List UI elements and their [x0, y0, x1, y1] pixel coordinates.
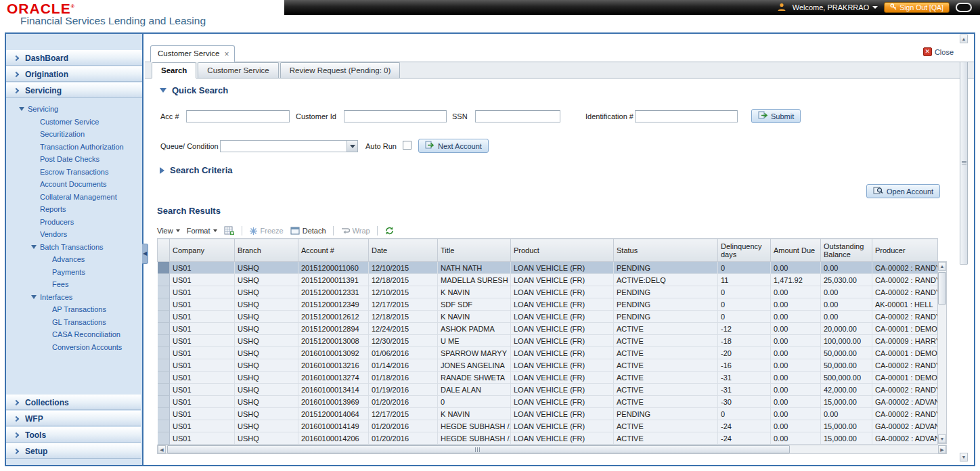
row-handle[interactable] [158, 335, 170, 347]
table-row[interactable]: US01USHQ2015120001106012/10/2015NATH NAT… [158, 262, 938, 274]
column-header-account-[interactable]: Account # [298, 239, 369, 262]
tree-item-casa-reconciliation[interactable]: CASA Reconciliation [6, 328, 142, 341]
column-header-delinquency-days[interactable]: Delinquency days [718, 239, 771, 262]
table-row[interactable]: US01USHQ2016010001321601/14/2016JONES AN… [158, 359, 938, 372]
scroll-up-arrow[interactable]: ▲ [938, 262, 946, 271]
row-handle[interactable] [158, 311, 170, 323]
ssn-input[interactable] [475, 110, 560, 122]
column-header-producer[interactable]: Producer [872, 239, 938, 262]
tree-item-transaction-authorization[interactable]: Transaction Authorization [6, 141, 142, 154]
column-header-title[interactable]: Title [438, 239, 511, 262]
open-account-button[interactable]: Open Account [866, 184, 940, 198]
table-row[interactable]: US01USHQ2015120001406412/17/2015K NAVINL… [158, 408, 938, 420]
row-handle[interactable] [158, 359, 170, 372]
table-vertical-scrollbar[interactable]: ▲ ▼ [937, 261, 947, 444]
sidebar-item-setup[interactable]: Setup [6, 443, 141, 459]
row-handle[interactable] [158, 372, 170, 384]
welcome-user-menu[interactable]: Welcome, PRAKRRAO [793, 3, 878, 12]
tree-item-servicing[interactable]: Servicing [6, 103, 142, 116]
table-row[interactable]: US01USHQ2015120001300812/30/2015U MELOAN… [158, 335, 938, 347]
node-expanded-icon[interactable] [31, 295, 37, 299]
window-tab-customer-service[interactable]: Customer Service × [150, 45, 235, 62]
sidebar-item-collections[interactable]: Collections [6, 395, 141, 410]
scroll-up-arrow[interactable]: ▲ [960, 35, 968, 43]
tree-item-vendors[interactable]: Vendors [6, 228, 142, 241]
power-icon[interactable] [956, 3, 972, 12]
table-row[interactable]: US01USHQ2016010001327401/18/2016RANADE S… [158, 372, 938, 384]
column-header-date[interactable]: Date [369, 239, 438, 262]
row-handle[interactable] [158, 286, 170, 298]
tab-close-icon[interactable]: × [224, 50, 229, 58]
tree-item-account-documents[interactable]: Account Documents [6, 178, 142, 191]
table-row[interactable]: US01USHQ2016010001420601/20/2016HEGDE SU… [158, 432, 938, 445]
row-handle[interactable] [158, 262, 170, 274]
row-handle[interactable] [158, 347, 170, 359]
customer-id-input[interactable] [344, 110, 447, 122]
table-row[interactable]: US01USHQ2016010001414901/20/2016HEGDE SU… [158, 420, 938, 432]
table-horizontal-scrollbar[interactable]: ◀ ▶ [157, 445, 947, 454]
table-row[interactable]: US01USHQ2015120001233112/10/2015K NAVINL… [158, 286, 938, 298]
column-header-amount-due[interactable]: Amount Due [771, 239, 821, 262]
scroll-right-arrow[interactable]: ▶ [938, 445, 946, 453]
select-dropdown-button[interactable] [347, 141, 357, 152]
row-handle[interactable] [158, 420, 170, 432]
queue-condition-select[interactable] [220, 140, 358, 152]
node-expanded-icon[interactable] [19, 107, 24, 111]
table-hscroll-thumb[interactable] [167, 445, 790, 453]
close-button[interactable]: ✕ Close [923, 47, 954, 56]
table-row[interactable]: US01USHQ2015120001234912/17/2015SDF SDFL… [158, 298, 938, 311]
scroll-down-arrow[interactable]: ▼ [938, 434, 946, 443]
sign-out-button[interactable]: Sign Out [QA] [884, 2, 950, 13]
page-vertical-scrollbar[interactable]: ▲ ▼ [959, 35, 968, 462]
view-menu-button[interactable]: View [157, 227, 180, 235]
tab-customer-service[interactable]: Customer Service [198, 62, 278, 78]
refresh-button[interactable] [384, 226, 395, 236]
tree-item-batch-transactions[interactable]: Batch Transactions [6, 241, 142, 254]
acc-number-input[interactable] [186, 110, 290, 122]
row-handle[interactable] [158, 384, 170, 396]
table-row[interactable]: US01USHQ2016010001341401/19/2016DALE ALA… [158, 384, 938, 396]
column-header-product[interactable]: Product [511, 239, 614, 262]
table-row[interactable]: US01USHQ2016010001396901/20/20160LOAN VE… [158, 396, 938, 408]
tree-item-ap-transactions[interactable]: AP Transactions [6, 303, 142, 316]
tab-review-request[interactable]: Review Request (Pending: 0) [280, 62, 401, 78]
export-button[interactable] [224, 226, 235, 236]
section-collapsed-icon[interactable] [160, 167, 164, 174]
row-handle[interactable] [158, 396, 170, 408]
row-handle[interactable] [158, 298, 170, 311]
row-handle[interactable] [158, 408, 170, 420]
table-vscroll-thumb[interactable] [938, 272, 946, 305]
table-row[interactable]: US01USHQ2015120001139112/18/2015MADELLA … [158, 274, 938, 286]
table-row[interactable]: US01USHQ2015120001261212/18/2015K NAVINL… [158, 311, 938, 323]
tree-item-customer-service[interactable]: Customer Service [6, 116, 142, 129]
tree-item-producers[interactable]: Producers [6, 216, 142, 229]
sidebar-item-dashboard[interactable]: DashBoard [6, 50, 142, 66]
next-account-button[interactable]: Next Account [418, 139, 489, 153]
column-header-status[interactable]: Status [614, 239, 718, 262]
tree-item-gl-transactions[interactable]: GL Transactions [6, 316, 142, 329]
section-expanded-icon[interactable] [160, 88, 166, 93]
wrap-button[interactable]: Wrap [340, 227, 370, 235]
column-header-outstanding-balance[interactable]: Outstanding Balance [821, 239, 872, 262]
tree-item-advances[interactable]: Advances [6, 253, 142, 266]
sidebar-collapse-handle[interactable]: ◀ [142, 244, 148, 264]
row-handle[interactable] [158, 274, 170, 286]
column-header-company[interactable]: Company [170, 239, 235, 262]
tab-search[interactable]: Search [152, 62, 196, 78]
table-row[interactable]: US01USHQ2015120001289412/24/2015ASHOK PA… [158, 323, 938, 335]
tree-item-collateral-management[interactable]: Collateral Management [6, 191, 142, 204]
scroll-down-arrow[interactable]: ▼ [960, 453, 968, 462]
submit-button[interactable]: Submit [751, 109, 801, 123]
auto-run-checkbox[interactable] [403, 141, 411, 150]
column-header-branch[interactable]: Branch [235, 239, 298, 262]
tree-item-interfaces[interactable]: Interfaces [6, 291, 142, 304]
tree-item-securitization[interactable]: Securitization [6, 128, 142, 141]
sidebar-item-tools[interactable]: Tools [6, 427, 141, 443]
tree-item-conversion-accounts[interactable]: Conversion Accounts [6, 341, 142, 354]
sidebar-item-servicing[interactable]: Servicing [6, 83, 142, 98]
table-row[interactable]: US01USHQ2016010001309201/06/2016SPARROW … [158, 347, 938, 359]
row-handle[interactable] [158, 432, 170, 445]
detach-button[interactable]: Detach [290, 227, 326, 235]
tree-item-post-date-checks[interactable]: Post Date Checks [6, 153, 142, 166]
freeze-button[interactable]: Freeze [249, 227, 284, 236]
